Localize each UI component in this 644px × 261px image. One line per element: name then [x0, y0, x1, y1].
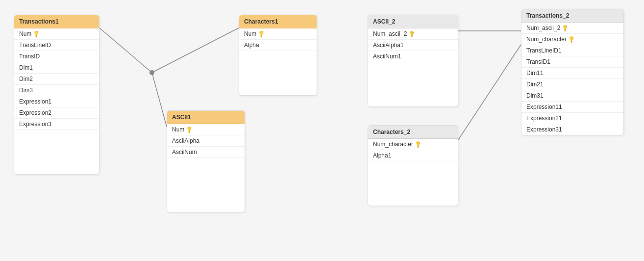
table-transactions1-header: Transactions1 [14, 15, 99, 28]
table-transactions2-header: Transactions_2 [521, 9, 623, 23]
svg-line-1 [152, 28, 239, 73]
svg-line-2 [152, 73, 167, 127]
row-expression2: Expression2 [14, 107, 99, 119]
row-expression1: Expression1 [14, 96, 99, 107]
field-name: Num [19, 30, 31, 37]
row-num: Num 🔑 [14, 28, 99, 40]
table-characters2: Characters_2 Num_character 🔑 Alpha1 [368, 125, 458, 206]
key-icon: 🔑 [568, 35, 575, 43]
table-transactions2: Transactions_2 Num_ascii_2 🔑 Num_charact… [521, 9, 624, 135]
row-dim11: Dim11 [521, 68, 623, 79]
svg-line-5 [458, 45, 521, 140]
key-icon: 🔑 [408, 30, 416, 38]
row-expression11: Expression11 [521, 102, 623, 113]
table-ascii1-header: ASCII1 [167, 111, 245, 124]
row-transid1: TransID1 [521, 56, 623, 68]
key-icon: 🔑 [32, 30, 40, 38]
row-dim1: Dim1 [14, 62, 99, 74]
row-asciinum: AsciiNum [167, 147, 245, 158]
svg-line-0 [99, 28, 152, 73]
table-characters1-header: Characters1 [239, 15, 317, 28]
row-dim3: Dim3 [14, 85, 99, 96]
row-asciinum1: AsciiNum1 [368, 51, 458, 62]
table-ascii2: ASCII_2 Num_ascii_2 🔑 AsciiAlpha1 AsciiN… [368, 15, 458, 107]
row-num-character: Num_character 🔑 [521, 34, 623, 45]
row-asciialpha1: AsciiAlpha1 [368, 40, 458, 51]
row-num-ascii2: Num_ascii_2 🔑 [521, 23, 623, 34]
row-transid: TransID [14, 51, 99, 62]
table-characters2-header: Characters_2 [368, 126, 458, 139]
key-icon: 🔑 [414, 140, 422, 148]
row-num-ascii2: Num_ascii_2 🔑 [368, 28, 458, 40]
row-dim2: Dim2 [14, 74, 99, 85]
row-asciialpha: AsciiAlpha [167, 135, 245, 147]
row-num: Num 🔑 [239, 28, 317, 40]
row-num: Num 🔑 [167, 124, 245, 135]
row-expression3: Expression3 [14, 119, 99, 130]
row-alpha1: Alpha1 [368, 150, 458, 161]
row-expression21: Expression21 [521, 113, 623, 124]
table-transactions1: Transactions1 Num 🔑 TransLineID TransID … [14, 15, 99, 175]
svg-point-3 [149, 70, 154, 75]
key-icon: 🔑 [185, 126, 193, 133]
diagram-canvas: Transactions1 Num 🔑 TransLineID TransID … [0, 0, 644, 261]
row-dim21: Dim21 [521, 79, 623, 90]
key-icon: 🔑 [257, 30, 265, 38]
row-translineid: TransLineID [14, 40, 99, 51]
row-translineid1: TransLineID1 [521, 45, 623, 56]
row-dim31: Dim31 [521, 90, 623, 102]
key-icon: 🔑 [561, 24, 569, 32]
table-ascii2-header: ASCII_2 [368, 15, 458, 28]
row-expression31: Expression31 [521, 124, 623, 135]
table-characters1: Characters1 Num 🔑 Alpha [239, 15, 317, 96]
row-alpha: Alpha [239, 40, 317, 51]
row-num-character: Num_character 🔑 [368, 139, 458, 150]
table-ascii1: ASCII1 Num 🔑 AsciiAlpha AsciiNum [167, 110, 245, 212]
